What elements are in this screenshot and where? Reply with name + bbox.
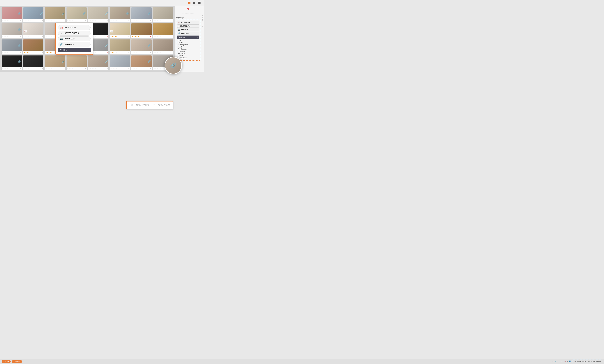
photo-heart-icon[interactable]: ♥ xyxy=(42,51,43,53)
star-4[interactable]: ☆ xyxy=(7,52,8,53)
photo-heart-icon[interactable]: ♥ xyxy=(20,19,21,21)
star-5[interactable]: ☆ xyxy=(8,36,9,37)
star-2[interactable]: ☆ xyxy=(185,12,187,15)
photo-stars[interactable]: ★★★★★ xyxy=(132,36,139,37)
star-3[interactable]: ☆ xyxy=(5,20,6,21)
star-1[interactable]: ☆ xyxy=(132,68,133,69)
star-5[interactable]: ☆ xyxy=(51,20,52,21)
star-2[interactable]: ☆ xyxy=(4,68,5,69)
tag-list-item-wedding-party[interactable]: Wedding Party xyxy=(177,44,199,46)
star-3[interactable]: ☆ xyxy=(135,20,136,21)
photo-cell-31[interactable]: 🔗☆☆☆☆☆♥ xyxy=(131,55,152,70)
tag-list-item-family[interactable]: Family xyxy=(177,46,199,48)
star-4[interactable]: ☆ xyxy=(7,36,8,37)
star-1[interactable]: ★ xyxy=(45,52,47,53)
grid-view-icon[interactable] xyxy=(188,1,191,5)
star-2[interactable]: ☆ xyxy=(4,52,5,53)
popup-main-image-btn[interactable]: 📖 MAIN IMAGE xyxy=(58,25,90,30)
star-5[interactable]: ☆ xyxy=(116,20,117,21)
photo-heart-icon[interactable]: ♥ xyxy=(128,51,129,53)
photo-cell-14[interactable]: 📖★★★★★♥ xyxy=(110,23,130,38)
star-4[interactable]: ☆ xyxy=(115,52,116,53)
photo-stars[interactable]: ☆☆☆☆☆ xyxy=(110,68,117,69)
star-4[interactable]: ☆ xyxy=(158,52,159,53)
photo-stars[interactable]: ☆☆☆☆☆ xyxy=(154,36,161,37)
photo-stars[interactable]: ☆☆☆☆☆ xyxy=(45,20,52,21)
photo-cell-30[interactable]: ☆☆☆☆☆♥ xyxy=(110,55,130,70)
star-5[interactable]: ☆ xyxy=(95,36,96,37)
photo-heart-icon[interactable]: ♥ xyxy=(107,51,108,53)
star-3[interactable]: ☆ xyxy=(70,68,71,69)
tag-list-item-pre-ceremony[interactable]: Pre-Ceremony xyxy=(177,48,199,50)
photo-stars[interactable]: ☆☆☆☆☆ xyxy=(154,20,161,21)
star-4[interactable]: ☆ xyxy=(136,52,138,53)
star-3[interactable]: ☆ xyxy=(157,52,158,53)
rating-large[interactable]: ☆ ☆ ☆ ☆ ☆ xyxy=(176,12,200,15)
photo-heart-icon[interactable]: ♥ xyxy=(63,19,64,21)
star-5[interactable]: ☆ xyxy=(30,68,31,69)
photo-stars[interactable]: ☆☆☆☆☆ xyxy=(45,36,52,37)
sidebar-cover-photo-btn[interactable]: ▪ COVER PHOTO xyxy=(177,25,199,28)
photo-stars[interactable]: ☆☆☆☆☆ xyxy=(24,20,31,21)
photo-cell-4[interactable]: 🔗☆☆☆☆☆♥ xyxy=(66,7,87,22)
photo-heart-icon[interactable]: ♥ xyxy=(107,35,108,38)
star-4[interactable]: ☆ xyxy=(7,20,8,21)
photo-stars[interactable]: ☆☆☆☆☆ xyxy=(89,20,96,21)
compare-view-icon[interactable] xyxy=(197,1,201,5)
star-5[interactable]: ☆ xyxy=(95,68,96,69)
photo-cell-8[interactable]: ☆☆☆☆☆♥ xyxy=(153,7,173,22)
star-3[interactable]: ★ xyxy=(135,36,136,37)
star-4[interactable]: ☆ xyxy=(72,20,73,21)
photo-cell-9[interactable]: 🔗☆☆☆☆☆♥ xyxy=(1,23,22,38)
star-5[interactable]: ★ xyxy=(116,36,117,37)
star-3[interactable]: ☆ xyxy=(48,20,50,21)
photo-cell-16[interactable]: ☆☆☆☆☆♥ xyxy=(153,23,173,38)
star-5[interactable]: ☆ xyxy=(138,68,139,69)
photo-heart-icon[interactable]: ♥ xyxy=(20,35,21,38)
photo-heart-icon[interactable]: ♥ xyxy=(150,19,151,21)
photo-stars[interactable]: ★★★★★ xyxy=(45,52,52,53)
star-4[interactable]: ★ xyxy=(50,52,51,53)
star-2[interactable]: ☆ xyxy=(112,68,113,69)
photo-heart-icon[interactable]: ♥ xyxy=(42,35,43,38)
star-1[interactable]: ☆ xyxy=(154,36,155,37)
star-3[interactable]: ☆ xyxy=(92,20,93,21)
sidebar-wedding-btn[interactable]: Wedding > xyxy=(177,36,199,39)
photo-stars[interactable]: ★★★☆☆ xyxy=(24,52,31,53)
photo-cell-1[interactable]: 🔗☆☆☆☆☆♥ xyxy=(1,7,22,22)
star-1[interactable]: ☆ xyxy=(132,52,133,53)
star-5[interactable]: ☆ xyxy=(192,12,194,15)
star-1[interactable]: ☆ xyxy=(110,20,112,21)
star-3[interactable]: ☆ xyxy=(5,68,6,69)
star-1[interactable]: ★ xyxy=(110,36,112,37)
star-3[interactable]: ☆ xyxy=(27,36,28,37)
star-2[interactable]: ☆ xyxy=(25,20,27,21)
star-5[interactable]: ★ xyxy=(138,36,139,37)
star-1[interactable]: ☆ xyxy=(110,68,112,69)
star-4[interactable]: ☆ xyxy=(50,68,51,69)
photo-heart-icon[interactable]: ♥ xyxy=(85,67,86,69)
star-5[interactable]: ☆ xyxy=(8,52,9,53)
star-3[interactable]: ★ xyxy=(113,52,114,53)
star-2[interactable]: ☆ xyxy=(47,20,48,21)
star-5[interactable]: ☆ xyxy=(95,52,96,53)
photo-cell-26[interactable]: ☆☆☆☆☆♥ xyxy=(23,55,44,70)
star-2[interactable]: ☆ xyxy=(90,68,91,69)
photo-stars[interactable]: ☆☆☆☆☆ xyxy=(89,68,96,69)
popup-cover-photo-btn[interactable]: ▪ COVER PHOTO xyxy=(58,31,90,36)
photo-cell-27[interactable]: 🔗☆☆☆☆☆♥ xyxy=(45,55,65,70)
popup-wedding-btn[interactable]: Wedding > xyxy=(58,48,90,52)
star-5[interactable]: ☆ xyxy=(30,52,31,53)
star-2[interactable]: ☆ xyxy=(133,52,135,53)
star-1[interactable]: ☆ xyxy=(2,52,3,53)
star-2[interactable]: ★ xyxy=(112,52,113,53)
star-3[interactable]: ★ xyxy=(27,52,28,53)
star-4[interactable]: ☆ xyxy=(72,68,73,69)
star-5[interactable]: ☆ xyxy=(159,68,161,69)
star-1[interactable]: ☆ xyxy=(154,52,155,53)
tag-list-item-black-&-white[interactable]: Black & White xyxy=(177,57,199,59)
star-3[interactable]: ☆ xyxy=(135,52,136,53)
star-2[interactable]: ★ xyxy=(25,52,27,53)
photo-heart-icon[interactable]: ♥ xyxy=(107,67,108,69)
star-4[interactable]: ☆ xyxy=(28,52,30,53)
